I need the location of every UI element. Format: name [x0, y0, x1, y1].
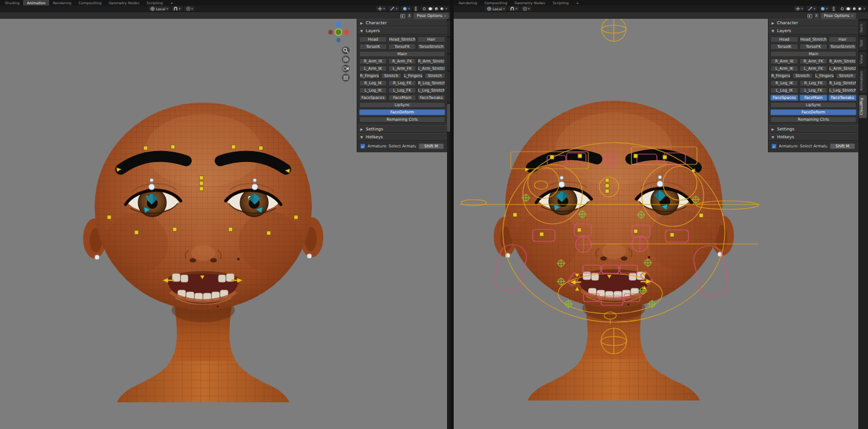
- shading-solid-icon[interactable]: [847, 7, 850, 10]
- gizmos-dropdown[interactable]: ▾: [376, 6, 387, 11]
- workspace-tab-rendering[interactable]: Rendering: [49, 0, 75, 5]
- shading-material-icon[interactable]: [435, 7, 438, 10]
- layer-button-main[interactable]: Main: [770, 51, 856, 57]
- layer-button-l_leg_stretch[interactable]: L_Leg_Stretch: [417, 87, 445, 93]
- toggle-xray-button[interactable]: [831, 6, 836, 11]
- layer-button-torsofk[interactable]: TorsoFK: [388, 44, 416, 50]
- scene-right[interactable]: [454, 19, 769, 429]
- panel-header-layers[interactable]: ▼Layers: [769, 27, 858, 35]
- workspace-tab-+[interactable]: +: [573, 0, 583, 5]
- layer-button-facespaces[interactable]: FaceSpaces: [770, 95, 798, 101]
- layer-button-lipsync[interactable]: LipSync: [770, 102, 856, 108]
- layer-button-r_arm_ik[interactable]: R_Arm_IK: [359, 58, 387, 64]
- layer-button-r_leg_fk[interactable]: R_Leg_FK: [388, 80, 416, 86]
- tool-options-icon[interactable]: [400, 14, 405, 18]
- layer-button-head[interactable]: Head: [359, 36, 387, 42]
- layer-button-l_arm_stretch[interactable]: L_Arm_Stretch: [417, 66, 445, 72]
- hotkeys-checkbox[interactable]: ✓: [772, 144, 776, 149]
- layer-button-stretch[interactable]: Stretch: [425, 73, 445, 79]
- layer-button-r_fingers[interactable]: R_Fingers: [770, 73, 791, 79]
- workspace-tab-compositing[interactable]: Compositing: [481, 0, 511, 5]
- panel-header-settings[interactable]: ▶Settings: [769, 125, 858, 133]
- shading-wireframe-icon[interactable]: [423, 7, 426, 10]
- layer-button-l_arm_fk[interactable]: L_Arm_FK: [388, 66, 416, 72]
- layer-button-r_leg_stretch[interactable]: R_Leg_Stretch: [417, 80, 445, 86]
- sidebar-tab-animation[interactable]: Animation: [859, 68, 867, 93]
- toggle-xray-button[interactable]: [413, 6, 419, 11]
- tool-options-icon[interactable]: [807, 14, 812, 18]
- close-button[interactable]: X: [814, 13, 819, 19]
- pose-options-dropdown[interactable]: Pose Options ▾: [414, 13, 449, 19]
- workspace-tab-scripting[interactable]: Scripting: [143, 0, 167, 5]
- layer-button-l_arm_ik[interactable]: L_Arm_IK: [359, 66, 387, 72]
- layer-button-r_arm_ik[interactable]: R_Arm_IK: [770, 58, 798, 64]
- workspace-tab-shading[interactable]: Shading: [1, 0, 23, 5]
- layer-button-head[interactable]: Head: [770, 36, 798, 42]
- pose-options-dropdown[interactable]: Pose Options ▾: [821, 13, 856, 19]
- layer-button-r_arm_fk[interactable]: R_Arm_FK: [388, 58, 416, 64]
- transform-orientation-dropdown[interactable]: Local ▾: [149, 6, 170, 11]
- shading-rendered-icon[interactable]: [440, 7, 443, 10]
- layer-button-facemain[interactable]: FaceMain: [388, 95, 416, 101]
- layer-button-lipsync[interactable]: LipSync: [359, 102, 445, 108]
- workspace-tab-rendering[interactable]: Rendering: [455, 0, 481, 5]
- overlays-dropdown[interactable]: ▾: [806, 6, 817, 11]
- shading-mode-switch[interactable]: ▾: [420, 6, 449, 11]
- layer-button-l_leg_fk[interactable]: L_Leg_FK: [799, 87, 827, 93]
- layer-button-l_leg_ik[interactable]: L_Leg_IK: [770, 87, 798, 93]
- layer-button-l_arm_ik[interactable]: L_Arm_IK: [770, 66, 798, 72]
- workspace-tab-+[interactable]: +: [167, 0, 177, 5]
- layer-button-torsostretch[interactable]: TorsoStretch: [417, 44, 445, 50]
- close-button[interactable]: X: [407, 13, 412, 19]
- xray-dropdown[interactable]: ▾: [819, 6, 830, 11]
- layer-button-head_stretch[interactable]: Head_Stretch: [388, 36, 416, 42]
- proportional-editing-dropdown[interactable]: ▾: [521, 6, 532, 11]
- layer-button-r_arm_fk[interactable]: R_Arm_FK: [799, 58, 827, 64]
- layer-button-remaining-ctrls[interactable]: Remaining Ctrls: [770, 117, 856, 123]
- layer-button-head_stretch[interactable]: Head_Stretch: [799, 36, 827, 42]
- panel-header-layers[interactable]: ▼Layers: [357, 27, 447, 35]
- sidebar-tab-item[interactable]: Item: [859, 21, 867, 35]
- xray-dropdown[interactable]: ▾: [401, 6, 412, 11]
- navigation-gizmo[interactable]: [328, 20, 354, 83]
- layer-button-facetweaks[interactable]: FaceTweaks: [829, 95, 856, 101]
- layer-button-hair[interactable]: Hair: [829, 36, 856, 42]
- layer-button-facetweaks[interactable]: FaceTweaks: [417, 95, 445, 101]
- viewport-3d-right[interactable]: ItemToolViewAnimationCloudRig ▶Character…: [454, 19, 868, 429]
- layer-button-l_fingers[interactable]: L_Fingers: [403, 73, 423, 79]
- sidebar-tabs-right[interactable]: ItemToolViewAnimationCloudRig: [859, 21, 867, 118]
- layer-button-torsoik[interactable]: TorsoIK: [359, 44, 387, 50]
- workspace-tab-animation[interactable]: Animation: [23, 0, 49, 5]
- layer-button-facedeform[interactable]: FaceDeform: [770, 109, 856, 115]
- gizmos-dropdown[interactable]: ▾: [794, 6, 805, 11]
- snapping-dropdown[interactable]: ▾: [172, 6, 183, 11]
- sidebar-tab-view[interactable]: View: [859, 52, 867, 67]
- scene-left[interactable]: [0, 19, 357, 429]
- layer-button-main[interactable]: Main: [359, 51, 445, 57]
- layer-button-r_fingers[interactable]: R_Fingers: [359, 73, 380, 79]
- workspace-tab-geometry-nodes[interactable]: Geometry Nodes: [511, 0, 549, 5]
- panel-header-character[interactable]: ▶Character: [769, 19, 858, 27]
- snapping-dropdown[interactable]: ▾: [508, 6, 519, 11]
- layer-button-torsostretch[interactable]: TorsoStretch: [829, 44, 856, 50]
- shading-rendered-icon[interactable]: [858, 7, 861, 10]
- layer-button-l_leg_ik[interactable]: L_Leg_IK: [359, 87, 387, 93]
- proportional-editing-dropdown[interactable]: ▾: [184, 6, 195, 11]
- layer-button-remaining-ctrls[interactable]: Remaining Ctrls: [359, 117, 445, 123]
- layer-button-hair[interactable]: Hair: [417, 36, 445, 42]
- axis-gizmo[interactable]: [328, 22, 349, 43]
- layer-button-facespaces[interactable]: FaceSpaces: [359, 95, 387, 101]
- panel-header-character[interactable]: ▶Character: [357, 19, 447, 27]
- sidebar-tab-cloudrig[interactable]: CloudRig: [859, 95, 867, 118]
- layer-button-r_leg_ik[interactable]: R_Leg_IK: [359, 80, 387, 86]
- panel-header-hotkeys[interactable]: ▼Hotkeys: [357, 133, 447, 141]
- shortcut-button[interactable]: Shift M: [419, 143, 444, 149]
- workspace-tab-compositing[interactable]: Compositing: [75, 0, 106, 5]
- transform-orientation-dropdown[interactable]: Local ▾: [485, 6, 506, 11]
- layer-button-facedeform[interactable]: FaceDeform: [359, 109, 445, 115]
- hotkeys-checkbox[interactable]: ✓: [360, 144, 365, 149]
- layer-button-stretch[interactable]: Stretch: [381, 73, 402, 79]
- shortcut-button[interactable]: Shift M: [830, 143, 855, 149]
- layer-button-r_arm_stretch[interactable]: R_Arm_Stretch: [417, 58, 445, 64]
- layer-button-torsofk[interactable]: TorsoFK: [799, 44, 827, 50]
